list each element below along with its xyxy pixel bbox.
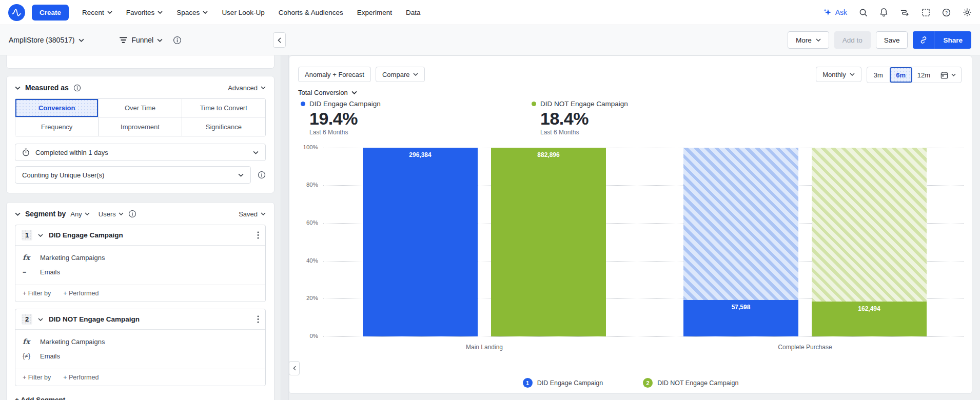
add-performed-link[interactable]: + Performed <box>63 374 99 381</box>
segment-entity-selector[interactable]: Users <box>99 210 124 218</box>
anomaly-forecast-button[interactable]: Anomaly + Forecast <box>298 67 371 82</box>
funnel-icon <box>119 36 128 44</box>
legend-item-segment-2[interactable]: 2 DID NOT Engage Campaign <box>643 378 738 388</box>
custom-date-range[interactable] <box>935 67 961 83</box>
segment-property[interactable]: Marketing Campaigns <box>40 338 105 346</box>
info-icon[interactable] <box>73 84 81 92</box>
range-12m[interactable]: 12m <box>912 67 935 83</box>
metric-selector[interactable]: Total Conversion <box>298 89 357 96</box>
advanced-dropdown[interactable]: Advanced <box>228 84 266 92</box>
sidebar-resizer-handle[interactable] <box>281 55 289 400</box>
nav-item-recent[interactable]: Recent <box>82 9 112 16</box>
create-button[interactable]: Create <box>32 5 69 21</box>
metric-period: Last 6 Months <box>309 129 381 136</box>
saved-segments-dropdown[interactable]: Saved <box>239 210 266 218</box>
kebab-menu-icon[interactable] <box>257 231 259 239</box>
project-selector[interactable]: AmpliStore (380517) <box>9 36 84 44</box>
tab-significance[interactable]: Significance <box>182 117 265 136</box>
add-segment-button[interactable]: + Add Segment <box>15 396 266 400</box>
property-fx-icon: fx <box>23 253 34 262</box>
metric-name: DID Engage Campaign <box>309 100 381 108</box>
counting-by-selector[interactable]: Counting by Unique User(s) <box>15 166 251 184</box>
bar-value-label: 296,384 <box>363 151 478 158</box>
chevron-down-icon[interactable] <box>15 86 21 90</box>
operator-equals[interactable]: = <box>23 268 34 275</box>
info-icon[interactable] <box>258 171 266 179</box>
add-to-button[interactable]: Add to <box>834 31 871 49</box>
funnel-chart-plot: 100% 80% 60% 40% 20% 0% Main LandingComp… <box>297 148 964 336</box>
dashed-frame-icon[interactable] <box>922 8 930 17</box>
measured-as-tabs: Conversion Over Time Time to Convert Fre… <box>15 98 266 136</box>
link-icon <box>919 36 928 44</box>
save-button[interactable]: Save <box>876 31 908 49</box>
funnel-bar[interactable]: 57,598 <box>683 300 798 336</box>
chevron-down-icon <box>157 38 163 42</box>
nav-item-data[interactable]: Data <box>406 9 421 16</box>
conversion-window-selector[interactable]: Completed within 1 days <box>15 144 266 161</box>
tab-conversion[interactable]: Conversion <box>15 99 99 117</box>
amplitude-logo[interactable] <box>8 4 25 21</box>
add-filter-link[interactable]: + Filter by <box>23 290 51 297</box>
legend-item-segment-1[interactable]: 1 DID Engage Campaign <box>523 378 603 388</box>
copy-link-button[interactable] <box>913 31 934 49</box>
chart-panel: Anomaly + Forecast Compare Monthly 3m 6m… <box>289 55 980 400</box>
nav-item-favorites[interactable]: Favorites <box>126 9 163 16</box>
segment-property[interactable]: Marketing Campaigns <box>40 254 105 262</box>
chevron-down-icon <box>238 173 244 177</box>
chevron-down-icon <box>253 151 259 154</box>
funnel-bar[interactable]: 296,384 <box>363 148 478 336</box>
property-fx-icon: fx <box>23 337 34 346</box>
legend-label: DID Engage Campaign <box>537 379 603 387</box>
chevron-down-icon[interactable] <box>15 212 21 216</box>
add-performed-link[interactable]: + Performed <box>63 290 99 297</box>
segment-value[interactable]: Emails <box>40 352 60 360</box>
chevron-down-icon <box>203 11 208 14</box>
chart-type-selector[interactable]: Funnel <box>119 36 163 44</box>
query-sidebar: Measured as Advanced Conversion Over Tim… <box>0 55 281 400</box>
ask-button[interactable]: Ask <box>823 8 847 17</box>
segment-name[interactable]: DID Engage Campaign <box>49 231 123 239</box>
nav-item-spaces[interactable]: Spaces <box>177 9 208 16</box>
funnel-bar[interactable]: 162,494 <box>812 302 927 336</box>
compare-dropdown[interactable]: Compare <box>376 67 425 82</box>
info-icon[interactable] <box>173 36 182 45</box>
segment-value[interactable]: Emails <box>40 268 60 276</box>
operator-not-equals[interactable]: {≠} <box>23 352 34 359</box>
search-icon[interactable] <box>859 8 868 17</box>
metric-summary-segment-1: DID Engage Campaign 19.4% Last 6 Months <box>301 100 381 136</box>
series-color-dot <box>301 102 305 106</box>
chevron-down-icon <box>413 73 418 76</box>
nav-item-cohorts-audiences[interactable]: Cohorts & Audiences <box>279 9 343 16</box>
settings-gear-icon[interactable] <box>963 8 972 17</box>
funnel-bar-unconverted[interactable] <box>683 148 798 300</box>
measured-as-title: Measured as <box>25 84 69 92</box>
tab-improvement[interactable]: Improvement <box>99 117 182 136</box>
segment-match-selector[interactable]: Any <box>70 210 89 218</box>
range-3m[interactable]: 3m <box>867 67 890 83</box>
chart-toolbar: AmpliStore (380517) Funnel More Add to S… <box>0 25 980 55</box>
metric-name: DID NOT Engage Campaign <box>540 100 628 108</box>
legend-label: DID NOT Engage Campaign <box>657 379 738 387</box>
tab-frequency[interactable]: Frequency <box>15 117 99 136</box>
chevron-down-icon[interactable] <box>38 318 43 321</box>
notifications-bell-icon[interactable] <box>879 8 888 17</box>
tab-time-to-convert[interactable]: Time to Convert <box>182 99 265 117</box>
tab-over-time[interactable]: Over Time <box>99 99 182 117</box>
help-icon[interactable]: ? <box>942 8 951 17</box>
info-icon[interactable] <box>128 210 136 218</box>
interval-dropdown[interactable]: Monthly <box>816 67 861 82</box>
chart-expand-button[interactable] <box>289 361 300 375</box>
kebab-menu-icon[interactable] <box>257 315 259 323</box>
pathfinder-curve-icon[interactable] <box>900 8 910 16</box>
add-filter-link[interactable]: + Filter by <box>23 374 51 381</box>
share-button[interactable]: Share <box>934 31 971 49</box>
range-6m[interactable]: 6m <box>890 67 912 83</box>
nav-item-experiment[interactable]: Experiment <box>357 9 392 16</box>
segment-name[interactable]: DID NOT Engage Campaign <box>49 315 140 323</box>
funnel-bar[interactable]: 882,896 <box>491 148 606 336</box>
more-button[interactable]: More <box>788 31 829 49</box>
funnel-bar-unconverted[interactable] <box>812 148 927 302</box>
chevron-down-icon[interactable] <box>38 234 43 237</box>
nav-item-user-look-up[interactable]: User Look-Up <box>222 9 264 16</box>
sidebar-collapse-button[interactable] <box>273 32 286 48</box>
